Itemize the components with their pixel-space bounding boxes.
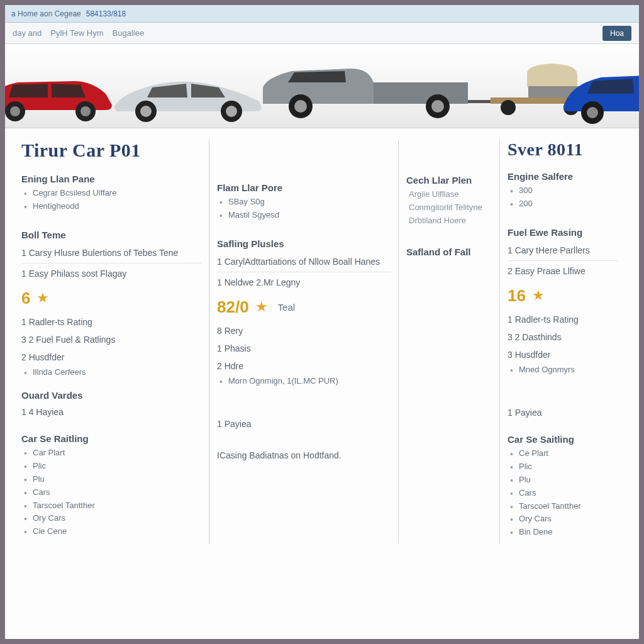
col1-section-1-heading: Ening Llan Pane — [21, 174, 201, 184]
col1-s4-item-3[interactable]: Plu — [24, 473, 201, 486]
col1-s4-item-7[interactable]: Cie Cene — [24, 525, 201, 538]
star-icon: ★ — [532, 287, 545, 304]
nav-link-3[interactable]: Bugallee — [113, 28, 145, 38]
col4-line-5-sub: Mned Ognmyrs — [510, 364, 618, 377]
svg-point-12 — [431, 100, 444, 113]
svg-point-15 — [501, 100, 516, 115]
column-model-4: Sver 8011 Engine Salfere 300 200 Fuel Ew… — [500, 140, 626, 544]
model-title-1: Tirur Car P01 — [21, 140, 201, 161]
col4-sec1-item-2: 200 — [510, 197, 618, 211]
col4-rating-number: 16 — [508, 286, 526, 306]
col1-s4-item-2[interactable]: Plic — [24, 460, 201, 473]
col4-rating: 16 ★ — [508, 281, 618, 311]
col1-section-4-heading: Car Se Raitling — [21, 433, 201, 444]
col1-s4-item-4[interactable]: Cars — [24, 486, 201, 499]
col3-section-2-heading: Safland of Fall — [406, 247, 492, 257]
nav-link-2[interactable]: PylH Tew Hym — [50, 28, 103, 38]
svg-point-19 — [587, 107, 598, 118]
col4-line-6[interactable]: 1 Payiea — [508, 404, 618, 421]
comparison-grid: Tirur Car P01 Ening Llan Pane Cegrar Bcs… — [5, 128, 639, 563]
col4-line-1[interactable]: 1 Cary tHere Parllers — [508, 240, 618, 261]
col4-section-1-heading: Engine Salfere — [508, 171, 618, 182]
vehicle-image-1 — [0, 56, 118, 125]
col3-section-1-heading: Cech Llar Plen — [406, 175, 492, 186]
col1-line-4[interactable]: 3 2 Fuel Fuel & Ratlings — [21, 331, 201, 348]
col3-sec1-line-2: Conmgitorlit Telityne — [406, 201, 492, 214]
svg-point-3 — [80, 106, 91, 116]
col2-rating-number: 82/0 — [217, 297, 249, 317]
nav-bar: day and PylH Tew Hym Bugallee Hoa — [5, 23, 639, 44]
col1-sec1-item-1: Cegrar Bcsilesd Ulffare — [24, 187, 201, 200]
col2-section-1-heading: Flam Llar Pore — [217, 182, 391, 193]
col4-sec1-item-1: 300 — [510, 184, 618, 197]
col1-s4-item-1[interactable]: Car Plart — [24, 447, 201, 460]
vehicle-hero-strip — [5, 44, 639, 128]
col4-line-5[interactable]: 3 Husdfder — [508, 346, 618, 364]
svg-point-1 — [10, 106, 20, 116]
col2-line-5[interactable]: 2 Hdre — [217, 357, 391, 375]
col4-s4-item-1[interactable]: Ce Plart — [510, 447, 618, 460]
page-title: a Home aon Cegeae — [11, 9, 81, 18]
vehicle-image-2 — [106, 56, 269, 125]
col4-s4-item-3[interactable]: Plu — [510, 474, 618, 487]
col4-s4-item-4[interactable]: Cars — [510, 487, 618, 500]
model-title-4: Sver 8011 — [508, 140, 618, 160]
col2-line-1[interactable]: 1 CarylAdttartiations of Nllow Boall Han… — [217, 252, 391, 272]
col1-line-1[interactable]: 1 Carsy Hlusre Bulertions of Tebes Tene — [21, 243, 201, 264]
column-model-2: Flam Llar Pore SBay S0g Mastil Sgyesd Sa… — [209, 140, 398, 544]
svg-point-10 — [294, 100, 307, 113]
col4-s4-item-7[interactable]: Bin Dene — [510, 526, 618, 539]
col2-rating: 82/0 ★ Teal — [217, 292, 391, 322]
col2-sec1-item-1: SBay S0g — [219, 196, 391, 209]
col2-sec1-item-2: Mastil Sgyesd — [219, 209, 391, 222]
col1-line-5-sub: Illnda Cerfeers — [24, 366, 201, 379]
col4-section-2-heading: Fuel Ewe Rasing — [508, 227, 618, 238]
column-model-3: Cech Llar Plen Argiie Ulfllase Conmgitor… — [399, 140, 499, 544]
col1-rating: 6 ★ — [21, 284, 201, 313]
col1-section-2-heading: Boll Teme — [21, 230, 201, 240]
col4-s4-item-6[interactable]: Ory Cars — [510, 513, 618, 526]
col2-line-5-sub: Morn Ognmign, 1(IL.MC PUR) — [219, 375, 391, 388]
col1-line-3[interactable]: 1 Radler-ts Rating — [21, 313, 201, 331]
star-icon: ★ — [255, 299, 268, 315]
app-window: a Home aon Cegeae 584133/818 day and Pyl… — [0, 0, 644, 644]
col4-line-3[interactable]: 1 Radler-ts Rating — [508, 311, 618, 328]
col1-section-3-heading: Ouard Vardes — [21, 390, 201, 401]
col3-sec1-line-1: Argiie Ulfllase — [406, 188, 492, 201]
col2-line-7: ICasing Badiatnas on Hodtfand. — [217, 447, 391, 464]
col2-line-2[interactable]: 1 Neldwe 2.Mr Legny — [217, 272, 391, 292]
nav-primary-button[interactable]: Hoa — [602, 26, 631, 41]
address-text: 584133/818 — [86, 9, 126, 18]
nav-link-1[interactable]: day and — [13, 28, 42, 38]
col1-sec1-item-2: Hentigheodd — [24, 200, 201, 213]
col2-section-2-heading: Safling Plusles — [217, 238, 391, 249]
col1-s4-item-6[interactable]: Ory Cars — [24, 512, 201, 525]
col4-line-4[interactable]: 3 2 Dasthinds — [508, 328, 618, 346]
browser-chrome: a Home aon Cegeae 584133/818 — [5, 5, 639, 23]
col1-rating-number: 6 — [21, 289, 30, 308]
col2-line-3[interactable]: 8 Rery — [217, 322, 391, 340]
svg-rect-8 — [374, 82, 468, 104]
svg-point-5 — [140, 106, 152, 117]
col1-s4-item-5[interactable]: Tarscoel Tantther — [24, 499, 201, 513]
vehicle-image-3 — [257, 43, 609, 125]
col2-rating-tag: Teal — [278, 302, 296, 313]
col1-line-2[interactable]: 1 Easy Philass sost Flagay — [21, 264, 201, 284]
svg-point-7 — [226, 106, 237, 117]
col4-section-4-heading: Car Se Saitling — [508, 434, 618, 445]
col1-line-5[interactable]: 2 Husdfder — [21, 348, 201, 366]
column-model-1: Tirur Car P01 Ening Llan Pane Cegrar Bcs… — [14, 140, 209, 544]
col3-sec1-line-3: Drbtiland Hoere — [406, 214, 492, 228]
col1-line-6[interactable]: 1 4 Hayiea — [21, 403, 201, 421]
vehicle-image-4 — [557, 50, 644, 125]
col4-s4-item-5[interactable]: Tarscoel Tantther — [510, 500, 618, 513]
star-icon: ★ — [36, 290, 49, 306]
col4-s4-item-2[interactable]: Plic — [510, 460, 618, 474]
col2-line-4[interactable]: 1 Phasis — [217, 340, 391, 357]
svg-rect-13 — [468, 100, 491, 103]
col4-line-2[interactable]: 2 Easy Praae Llfiwe — [508, 261, 618, 281]
col2-line-6[interactable]: 1 Payiea — [217, 415, 391, 433]
